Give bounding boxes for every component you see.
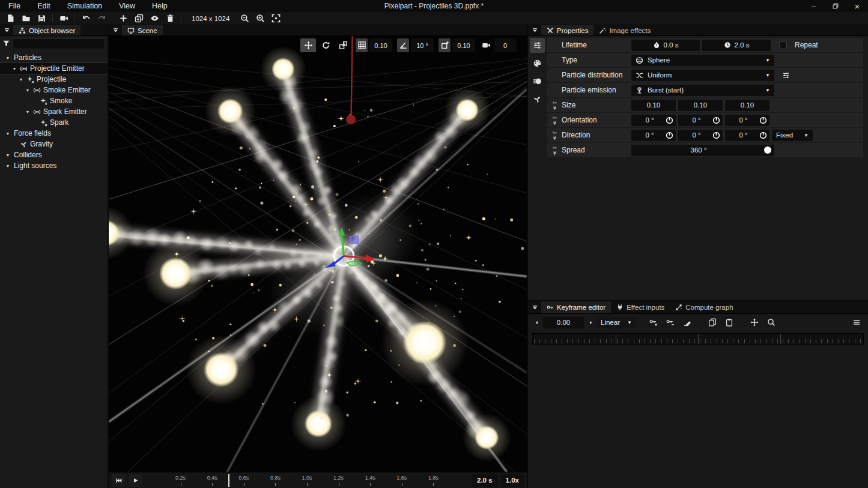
move-snap-field[interactable]: 0.10 xyxy=(452,38,475,52)
add-object-button[interactable] xyxy=(115,13,131,25)
undo-button[interactable] xyxy=(78,13,94,25)
panel-menu-button[interactable] xyxy=(109,25,122,35)
redo-button[interactable] xyxy=(94,13,109,25)
fit-view-button[interactable] xyxy=(268,13,284,25)
scale-tool-button[interactable] xyxy=(335,38,351,52)
tree-item-spark[interactable]: Spark xyxy=(0,117,108,128)
dial-icon[interactable] xyxy=(712,131,720,139)
gizmo-plane-handle-blue[interactable] xyxy=(350,236,359,244)
tree-expand-arrow[interactable]: ▼ xyxy=(23,110,32,114)
tree-item-particles[interactable]: ▼Particles xyxy=(0,52,108,63)
angle-snap-field[interactable]: 10 ° xyxy=(411,38,434,52)
size-z-field[interactable]: 0.10 xyxy=(725,100,769,111)
grid-toggle-button[interactable] xyxy=(356,38,368,52)
move-tool-button[interactable] xyxy=(300,38,316,52)
menu-simulation[interactable]: Simulation xyxy=(59,0,111,12)
orientation-y-field[interactable]: 0 ° xyxy=(678,115,723,126)
tree-item-gravity[interactable]: Gravity xyxy=(0,139,108,149)
tree-expand-arrow[interactable]: ▼ xyxy=(23,88,32,92)
panel-menu-button[interactable] xyxy=(528,25,541,35)
category-forces-button[interactable] xyxy=(530,92,545,107)
zoom-in-button[interactable] xyxy=(252,13,268,25)
panel-menu-button[interactable] xyxy=(528,301,541,313)
dial-icon[interactable] xyxy=(666,131,673,139)
time-step-forward-button[interactable] xyxy=(586,316,595,328)
tree-item-projectile-emitter[interactable]: ▼Projectile Emitter xyxy=(0,63,108,74)
timeline-ruler[interactable]: 0.2s0.4s0.6s0.8s1.0s1.2s1.4s1.6s1.8s xyxy=(149,473,465,488)
paste-keyframes-button[interactable] xyxy=(722,316,736,328)
close-button[interactable]: × xyxy=(846,0,868,12)
save-button[interactable] xyxy=(34,13,49,25)
grid-size-field[interactable]: 0.10 xyxy=(369,38,392,52)
tree-expand-arrow[interactable]: ▼ xyxy=(4,56,12,60)
tab-scene[interactable]: Scene xyxy=(122,25,163,35)
open-file-button[interactable] xyxy=(18,13,34,25)
tree-expand-arrow[interactable]: ▼ xyxy=(4,164,12,168)
skip-to-start-button[interactable] xyxy=(112,474,125,487)
tab-keyframe-editor[interactable]: Keyframe editor xyxy=(541,301,611,313)
dial-icon[interactable] xyxy=(712,116,720,124)
visibility-button[interactable] xyxy=(147,13,162,25)
time-step-back-button[interactable] xyxy=(532,316,541,328)
distribution-dropdown[interactable]: Uniform ▼ xyxy=(631,70,774,81)
dial-icon[interactable] xyxy=(763,146,772,154)
tab-properties[interactable]: Properties xyxy=(541,25,593,35)
rotate-tool-button[interactable] xyxy=(318,38,333,52)
keyframe-menu-button[interactable] xyxy=(849,316,864,328)
lifetime-start-button[interactable]: 0.0 s xyxy=(631,40,700,51)
new-file-button[interactable] xyxy=(2,13,18,25)
direction-x-field[interactable]: 0 ° xyxy=(631,130,676,141)
add-keyframe-button[interactable] xyxy=(646,316,661,328)
tab-compute-graph[interactable]: Compute graph xyxy=(670,301,738,313)
category-motion-button[interactable] xyxy=(530,74,545,89)
tree-item-projectile[interactable]: ▼Projectile xyxy=(0,74,108,85)
tree-item-force-fields[interactable]: ▼Force fields xyxy=(0,128,108,139)
dial-icon[interactable] xyxy=(666,116,673,124)
lifetime-duration-button[interactable]: 2.0 s xyxy=(702,40,771,51)
remove-keyframe-button[interactable] xyxy=(663,316,678,328)
tab-image-effects[interactable]: Image effects xyxy=(593,25,656,35)
menu-view[interactable]: View xyxy=(111,0,144,12)
angle-snap-button[interactable] xyxy=(397,38,409,52)
tree-expand-arrow[interactable]: ▼ xyxy=(4,131,12,136)
direction-z-field[interactable]: 0 ° xyxy=(725,130,769,141)
tab-effect-inputs[interactable]: Effect inputs xyxy=(611,301,670,313)
size-x-field[interactable]: 0.10 xyxy=(631,100,676,111)
distribution-settings-button[interactable] xyxy=(778,69,793,81)
orientation-x-field[interactable]: 0 ° xyxy=(631,115,676,126)
direction-mode-dropdown[interactable]: Fixed ▼ xyxy=(772,130,813,141)
tree-item-spark-emitter[interactable]: ▼Spark Emitter xyxy=(0,106,108,117)
erase-keyframes-button[interactable] xyxy=(680,316,694,328)
category-general-button[interactable] xyxy=(530,38,545,53)
repeat-checkbox[interactable] xyxy=(779,41,787,49)
dial-icon[interactable] xyxy=(759,116,767,124)
category-appearance-button[interactable] xyxy=(530,56,545,71)
size-y-field[interactable]: 0.10 xyxy=(678,100,723,111)
tree-expand-arrow[interactable]: ▼ xyxy=(17,77,25,82)
tab-object-browser[interactable]: Object browser xyxy=(13,25,80,35)
filter-input[interactable] xyxy=(13,38,105,49)
playback-speed-button[interactable]: 1.0x xyxy=(501,474,524,487)
dial-icon[interactable] xyxy=(759,131,767,139)
duration-button[interactable]: 2.0 s xyxy=(472,474,497,487)
play-button[interactable] xyxy=(129,474,142,487)
duplicate-button[interactable] xyxy=(131,13,147,25)
copy-keyframes-button[interactable] xyxy=(705,316,720,328)
maximize-button[interactable] xyxy=(825,0,846,12)
orientation-z-field[interactable]: 0 ° xyxy=(725,115,769,126)
tree-item-smoke[interactable]: Smoke xyxy=(0,95,108,106)
menu-edit[interactable]: Edit xyxy=(29,0,59,12)
panel-menu-button[interactable] xyxy=(0,25,13,35)
tree-item-smoke-emitter[interactable]: ▼Smoke Emitter xyxy=(0,85,108,95)
tree-expand-arrow[interactable]: ▼ xyxy=(10,67,19,71)
zoom-out-button[interactable] xyxy=(237,13,252,25)
timeline-playhead[interactable] xyxy=(228,474,229,487)
minimize-button[interactable]: – xyxy=(803,0,825,12)
zoom-view-button[interactable] xyxy=(764,316,778,328)
tree-expand-arrow[interactable]: ▼ xyxy=(4,153,12,157)
menu-help[interactable]: Help xyxy=(144,0,176,12)
export-video-button[interactable] xyxy=(56,13,71,25)
menu-file[interactable]: File xyxy=(0,0,29,12)
emission-dropdown[interactable]: Burst (start) ▼ xyxy=(631,85,774,96)
pan-view-button[interactable] xyxy=(747,316,762,328)
